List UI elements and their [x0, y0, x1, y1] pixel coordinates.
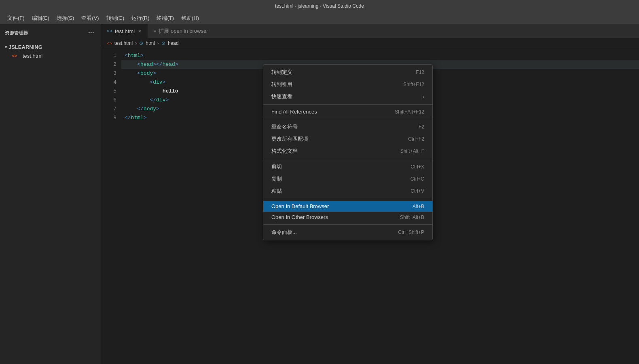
ctx-item-shortcut-9: Ctrl+V: [410, 188, 424, 194]
menu-select[interactable]: 选择(S): [53, 13, 77, 23]
window-title: test.html - jslearning - Visual Studio C…: [275, 3, 364, 9]
ctx-item-label-10: Open In Default Browser: [271, 203, 396, 209]
folder-name: JSLEARNING: [8, 44, 42, 50]
ctx-item-shortcut-11: Shift+Alt+B: [400, 215, 424, 220]
ctx-item-shortcut-3: Shift+Alt+F12: [395, 109, 424, 115]
context-menu-item-2[interactable]: 快速查看›: [263, 90, 432, 103]
context-menu-item-12[interactable]: 命令面板...Ctrl+Shift+P: [263, 226, 432, 238]
menu-help[interactable]: 帮助(H): [178, 13, 202, 23]
folder-arrow-icon: ▾: [5, 45, 7, 49]
ctx-item-label-11: Open In Other Browsers: [271, 214, 384, 220]
tab-bar: <> test.html × ≡ 扩展 open in browser: [101, 24, 639, 38]
menu-goto[interactable]: 转到(G): [103, 13, 128, 23]
context-menu-item-10[interactable]: Open In Default BrowserAlt+B: [263, 201, 432, 212]
tab-close-button[interactable]: ×: [137, 28, 142, 34]
ctx-item-label-3: Find All References: [271, 109, 379, 115]
context-menu-item-9[interactable]: 粘贴Ctrl+V: [263, 185, 432, 197]
sidebar-more-button[interactable]: ···: [87, 28, 96, 37]
ctx-item-label-9: 粘贴: [271, 187, 394, 195]
breadcrumb-head[interactable]: head: [168, 40, 179, 46]
ctx-item-label-5: 更改所有匹配项: [271, 135, 392, 143]
breadcrumb-sep1: ›: [135, 40, 137, 46]
ctx-divider-2: [263, 104, 432, 105]
sidebar-folder-jslearning[interactable]: ▾ JSLEARNING: [0, 43, 101, 51]
sidebar-header: 资源管理器 ···: [0, 24, 101, 41]
ctx-divider-6: [263, 159, 432, 159]
line-num-5: 5: [101, 87, 116, 96]
ctx-item-shortcut-12: Ctrl+Shift+P: [398, 229, 424, 235]
breadcrumb-file[interactable]: test.html: [114, 40, 133, 46]
menu-run[interactable]: 运行(R): [128, 13, 152, 23]
sidebar: 资源管理器 ··· ▾ JSLEARNING <> test.html: [0, 24, 101, 364]
sidebar-file-testhtml[interactable]: <> test.html: [0, 51, 101, 60]
context-menu-item-3[interactable]: Find All ReferencesShift+Alt+F12: [263, 106, 432, 117]
tab-label: test.html: [115, 28, 135, 34]
breadcrumb: <> test.html › ⊙ html › ⊙ head: [101, 38, 639, 48]
code-container: 1 2 3 4 5 6 7 8 <html> <head></head> <bo…: [101, 48, 639, 364]
context-menu-item-4[interactable]: 重命名符号F2: [263, 121, 432, 133]
context-menu-item-7[interactable]: 剪切Ctrl+X: [263, 161, 432, 173]
ctx-item-shortcut-4: F2: [419, 124, 424, 130]
line-num-6: 6: [101, 96, 116, 105]
menu-file[interactable]: 文件(F): [4, 13, 28, 23]
ctx-item-shortcut-1: Shift+F12: [403, 82, 424, 87]
line-num-7: 7: [101, 105, 116, 114]
context-menu-item-1[interactable]: 转到引用Shift+F12: [263, 78, 432, 90]
ctx-item-label-4: 重命名符号: [271, 123, 402, 130]
ctx-divider-9: [263, 199, 432, 199]
tab-extension-label: 扩展 open in browser: [159, 27, 208, 35]
context-menu-item-0[interactable]: 转到定义F12: [263, 66, 432, 78]
ctx-item-shortcut-10: Alt+B: [413, 204, 424, 209]
main-layout: 资源管理器 ··· ▾ JSLEARNING <> test.html <> t…: [0, 24, 639, 364]
tab-testhtml[interactable]: <> test.html ×: [101, 24, 148, 38]
tab-extension[interactable]: ≡ 扩展 open in browser: [148, 24, 214, 38]
title-bar: test.html - jslearning - Visual Studio C…: [0, 0, 639, 12]
context-menu: 转到定义F12转到引用Shift+F12快速查看›Find All Refere…: [263, 64, 433, 240]
html-file-icon: <>: [11, 53, 18, 59]
context-menu-item-11[interactable]: Open In Other BrowsersShift+Alt+B: [263, 212, 432, 223]
tab-ext-icon: ≡: [153, 28, 156, 34]
ctx-item-label-0: 转到定义: [271, 69, 400, 76]
ctx-item-label-8: 复制: [271, 175, 394, 183]
breadcrumb-html-icon: <>: [107, 41, 112, 46]
file-name: test.html: [23, 53, 42, 59]
context-menu-item-8[interactable]: 复制Ctrl+C: [263, 173, 432, 185]
menu-terminal[interactable]: 终端(T): [153, 13, 177, 23]
line-num-8: 8: [101, 114, 116, 122]
sidebar-title: 资源管理器: [5, 30, 28, 36]
editor-area: <> test.html × ≡ 扩展 open in browser <> t…: [101, 24, 639, 364]
line-num-1: 1: [101, 51, 116, 60]
ctx-item-label-12: 命令面板...: [271, 229, 382, 236]
ctx-item-label-1: 转到引用: [271, 81, 387, 88]
breadcrumb-head-icon: ⊙: [161, 40, 165, 46]
context-menu-item-6[interactable]: 格式化文档Shift+Alt+F: [263, 145, 432, 157]
ctx-item-label-6: 格式化文档: [271, 147, 384, 155]
tab-html-icon: <>: [107, 28, 112, 34]
ctx-item-shortcut-0: F12: [416, 69, 424, 75]
ctx-item-label-7: 剪切: [271, 163, 394, 170]
line-num-2: 2: [101, 60, 116, 69]
menu-view[interactable]: 查看(V): [78, 13, 102, 23]
ctx-divider-3: [263, 119, 432, 119]
ctx-divider-11: [263, 224, 432, 225]
ctx-item-arrow-2: ›: [423, 94, 424, 100]
ctx-item-shortcut-7: Ctrl+X: [410, 164, 424, 170]
line-num-3: 3: [101, 69, 116, 78]
line-num-4: 4: [101, 78, 116, 87]
ctx-item-label-2: 快速查看: [271, 93, 419, 100]
line-numbers: 1 2 3 4 5 6 7 8: [101, 48, 121, 364]
breadcrumb-html-elem-icon: ⊙: [139, 40, 143, 46]
breadcrumb-html[interactable]: html: [146, 40, 155, 46]
context-menu-item-5[interactable]: 更改所有匹配项Ctrl+F2: [263, 133, 432, 145]
menu-bar: 文件(F) 编辑(E) 选择(S) 查看(V) 转到(G) 运行(R) 终端(T…: [0, 12, 639, 24]
menu-edit[interactable]: 编辑(E): [29, 13, 53, 23]
ctx-item-shortcut-8: Ctrl+C: [410, 176, 424, 182]
code-line-1: <html>: [121, 51, 639, 60]
ctx-item-shortcut-6: Shift+Alt+F: [400, 148, 424, 154]
breadcrumb-sep2: ›: [157, 40, 159, 46]
sidebar-section: ▾ JSLEARNING <> test.html: [0, 41, 101, 62]
ctx-item-shortcut-5: Ctrl+F2: [408, 136, 424, 142]
